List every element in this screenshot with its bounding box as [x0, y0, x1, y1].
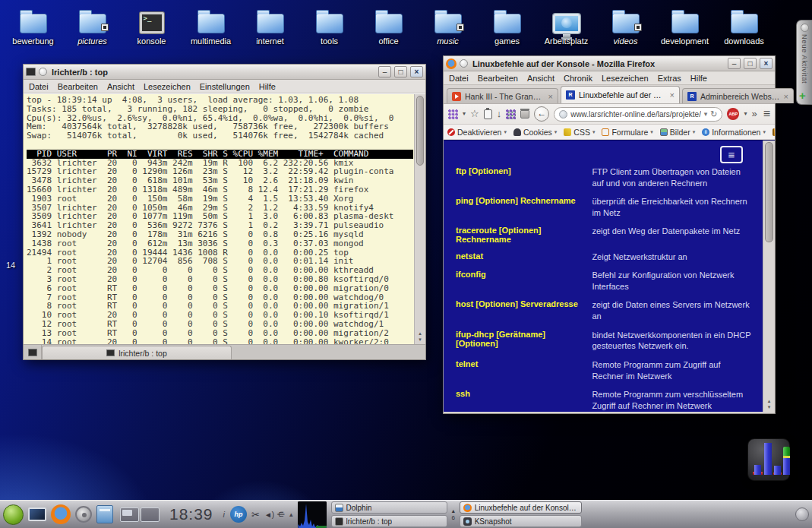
- tray-expand-icon[interactable]: ▴: [289, 511, 293, 518]
- desktop-icon[interactable]: games: [479, 5, 536, 46]
- network-graph-widget[interactable]: [298, 501, 327, 528]
- devbar-item[interactable]: Cookies ▾: [513, 128, 557, 137]
- settings-gear-icon[interactable]: [75, 506, 92, 523]
- command-name[interactable]: ifup-dhcp [Gerätname] [Optionen]: [456, 330, 592, 353]
- command-name[interactable]: ftp [Optionen]: [456, 166, 592, 189]
- filemanager-icon[interactable]: [96, 505, 113, 523]
- overflow-icon[interactable]: »: [751, 109, 757, 119]
- devbar-item[interactable]: Informationen ▾: [702, 128, 766, 137]
- desktop-icon[interactable]: tools: [301, 5, 358, 46]
- url-text[interactable]: www.larsrichter-online.de/lars/projekte/…: [570, 110, 700, 119]
- desktop-icon[interactable]: konsole: [123, 5, 180, 46]
- maximize-button[interactable]: □: [744, 58, 757, 69]
- terminal-viewport[interactable]: top - 18:39:14 up 4:08, 3 users, load av…: [24, 93, 425, 344]
- adblock-dropdown-icon[interactable]: ▾: [744, 109, 747, 119]
- usb-device-icon[interactable]: ψ: [277, 511, 286, 517]
- url-dropdown-icon[interactable]: ▾: [704, 110, 708, 118]
- app-launcher-button[interactable]: [3, 504, 24, 525]
- tab-close-icon[interactable]: ×: [670, 90, 675, 100]
- scrollbar-arrows[interactable]: ▴ ▾: [763, 398, 775, 410]
- devbar-item[interactable]: Formulare ▾: [602, 128, 652, 137]
- menu-item[interactable]: Chronik: [564, 74, 592, 83]
- terminal-scrollbar[interactable]: ▴ ▾: [414, 94, 425, 344]
- firefox-launcher-icon[interactable]: [51, 504, 71, 524]
- trash-icon[interactable]: [520, 110, 529, 119]
- page-hamburger-icon[interactable]: ≡: [720, 146, 743, 163]
- scrollbar-thumb[interactable]: [765, 142, 773, 242]
- devbar-item[interactable]: Sonstiges ▾: [773, 128, 775, 137]
- browser-tab[interactable]: Hank III - The Grand Ole ... ×: [447, 88, 558, 103]
- command-name[interactable]: ifconfig: [456, 270, 592, 292]
- task-button[interactable]: Dolphin: [331, 501, 447, 514]
- back-button[interactable]: ←: [534, 106, 549, 122]
- menu-item[interactable]: Datei: [29, 82, 49, 91]
- tab-close-icon[interactable]: ×: [548, 92, 553, 101]
- window-pin-icon[interactable]: [460, 59, 468, 68]
- spinner-up-icon[interactable]: ▴: [452, 507, 455, 514]
- scroll-down-icon[interactable]: ▾: [768, 404, 771, 409]
- menu-item[interactable]: Ansicht: [527, 74, 554, 83]
- command-name[interactable]: netstat: [456, 251, 592, 263]
- desktop-icon[interactable]: pictures: [64, 5, 121, 46]
- info-icon[interactable]: i: [223, 509, 226, 520]
- scroll-up-icon[interactable]: ▴: [419, 330, 422, 336]
- show-desktop-icon[interactable]: [28, 507, 46, 521]
- menu-item[interactable]: Bearbeiten: [58, 82, 98, 91]
- downloads-icon[interactable]: ↓: [497, 109, 502, 119]
- command-name[interactable]: ssh: [456, 389, 592, 412]
- klipper-scissors-icon[interactable]: ✂: [251, 509, 260, 520]
- scrollbar-thumb[interactable]: [416, 96, 424, 166]
- url-bar[interactable]: www.larsrichter-online.de/lars/projekte/…: [554, 107, 722, 122]
- terminal-session-tab[interactable]: lrichter/b : top: [42, 346, 232, 359]
- scrollbar-arrows[interactable]: ▴ ▾: [415, 330, 425, 343]
- desktop-icon[interactable]: bewerbung: [5, 5, 62, 46]
- desktop-icon[interactable]: videos: [597, 5, 654, 46]
- desktop-icon[interactable]: downloads: [716, 5, 773, 46]
- menu-item[interactable]: Extras: [658, 74, 681, 83]
- minimize-button[interactable]: –: [728, 58, 741, 69]
- hamburger-menu-icon[interactable]: ≡: [763, 107, 770, 121]
- screenshot-grid-icon[interactable]: [506, 109, 516, 119]
- reload-icon[interactable]: ↻: [710, 109, 717, 119]
- scroll-down-icon[interactable]: ▾: [419, 337, 422, 342]
- desktop-icon[interactable]: Arbeitsplatz: [538, 5, 595, 46]
- terminal-titlebar[interactable]: lrichter/b : top – □ ×: [24, 65, 425, 80]
- menu-item[interactable]: Bearbeiten: [478, 74, 518, 83]
- desktop-icon[interactable]: office: [360, 5, 417, 46]
- menu-item[interactable]: Lesezeichen: [144, 82, 191, 91]
- command-name[interactable]: traceroute [Optionen] Rechnername: [456, 226, 592, 244]
- hp-tray-icon[interactable]: hp: [230, 506, 247, 523]
- tab-close-icon[interactable]: ×: [784, 92, 788, 101]
- firefox-titlebar[interactable]: Linuxbefehle auf der Konsole - Mozilla F…: [444, 56, 775, 71]
- desktop-icon[interactable]: development: [656, 5, 713, 46]
- menu-item[interactable]: Lesezeichen: [602, 74, 649, 83]
- system-monitor-widget[interactable]: [747, 438, 790, 481]
- adblock-icon[interactable]: ABP: [727, 108, 739, 120]
- new-tab-button[interactable]: +: [799, 89, 806, 102]
- devbar-item[interactable]: Deaktivieren ▾: [447, 128, 507, 137]
- close-button[interactable]: ×: [410, 66, 423, 77]
- command-name[interactable]: telnet: [456, 359, 592, 382]
- browser-tab[interactable]: Adminbereich Website 2... ×: [682, 88, 794, 103]
- minimize-button[interactable]: –: [378, 66, 391, 77]
- devbar-item[interactable]: CSS ▾: [564, 128, 595, 137]
- command-name[interactable]: host [Optionen] Serveradresse: [456, 299, 592, 322]
- apps-grid-icon[interactable]: [448, 109, 458, 119]
- site-identity-icon[interactable]: [559, 110, 567, 119]
- clipboard-icon[interactable]: [484, 109, 492, 119]
- menu-item[interactable]: Einstellungen: [200, 82, 250, 91]
- command-name[interactable]: ping [Optionen] Rechnername: [456, 196, 592, 219]
- desktop-icon[interactable]: music: [419, 5, 476, 46]
- browser-tab[interactable]: Linuxbefehle auf der Kon... ×: [561, 86, 680, 103]
- desktop-icon[interactable]: internet: [242, 5, 299, 46]
- task-button[interactable]: lrichter/b : top: [331, 515, 447, 527]
- menu-item[interactable]: Hilfe: [259, 82, 276, 91]
- volume-icon[interactable]: ◄): [264, 511, 274, 519]
- task-button[interactable]: Linuxbefehle auf der Konsole - Mozil: [460, 501, 582, 514]
- apps-dropdown-icon[interactable]: ▾: [463, 109, 466, 119]
- new-session-button[interactable]: [24, 345, 42, 359]
- pager-desktop-2[interactable]: [141, 507, 160, 522]
- desktop-icon[interactable]: multimedia: [182, 5, 239, 46]
- clock[interactable]: 18:39: [169, 505, 213, 523]
- menu-item[interactable]: Ansicht: [107, 82, 134, 91]
